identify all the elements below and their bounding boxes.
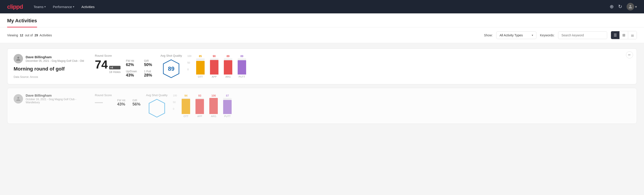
- view-toggle-list-full[interactable]: ⚌: [628, 31, 637, 39]
- bar-bg-putt: [223, 98, 232, 114]
- round-score-group: Round Score —: [95, 94, 112, 106]
- one-putt-label: 1 Putt: [144, 70, 155, 73]
- score-badge: +4: [109, 66, 120, 70]
- user-info: Dave Billingham October 16, 2021 - Gog M…: [14, 94, 90, 104]
- bar-fill-app: [196, 99, 204, 114]
- bar-fill-ott: [196, 61, 205, 74]
- bar-fill-app: [210, 60, 218, 74]
- round-score-value: —: [95, 98, 112, 106]
- svg-marker-1: [149, 99, 165, 117]
- chevron-down-icon: ▾: [44, 5, 46, 8]
- bar-label-putt: PUTT: [238, 76, 245, 78]
- add-icon[interactable]: ⊕: [610, 4, 614, 10]
- fw-hit-value: 43%: [117, 102, 126, 107]
- viewing-count: 12: [20, 34, 24, 37]
- bar-bg-ott: [196, 58, 205, 74]
- bar-label-app: APP: [197, 115, 202, 118]
- mini-stats: FW Hit 43% GIR 56%: [117, 99, 140, 107]
- bar-chart: 85 OTT 90 APP: [194, 55, 248, 78]
- bar-fill-putt: [238, 60, 246, 74]
- bar-label-arg: ARG: [226, 76, 231, 78]
- viewing-count-text: Viewing 12 out of 29 Activities: [7, 34, 480, 37]
- nav-performance[interactable]: Performance ▾: [53, 3, 74, 10]
- user-menu[interactable]: ▾: [626, 3, 637, 10]
- bar-value-ott: 85: [199, 55, 202, 58]
- round-score-group: Round Score 74 +4 18 Holes: [95, 54, 120, 76]
- gir-label: GIR: [144, 59, 155, 62]
- bar-bg-arg: [209, 98, 218, 114]
- bar-value-ott: 94: [184, 94, 187, 97]
- nav-performance-label: Performance: [53, 5, 72, 9]
- bar-bg-app: [196, 98, 204, 114]
- hexagon-container: Avg Shot Quality 89: [160, 54, 182, 79]
- round-score-label: Round Score: [95, 94, 112, 97]
- nav-activities[interactable]: Activities: [82, 3, 94, 10]
- quality-section: Avg Shot Quality 89 100 50 0: [160, 54, 630, 79]
- chart-column-app: 93 APP: [193, 94, 206, 118]
- chart-column-arg: 106 ARG: [207, 94, 220, 118]
- brand-logo[interactable]: clippd: [7, 3, 23, 10]
- navbar: clippd Teams ▾ Performance ▾ Activities …: [0, 0, 644, 14]
- round-score-value: 74 +4 18 Holes: [95, 59, 120, 76]
- chevron-down-icon: ▾: [635, 5, 637, 9]
- refresh-icon[interactable]: ↻: [618, 4, 622, 10]
- bar-value-arg: 89: [226, 55, 230, 58]
- grid-icon: ⊞: [622, 33, 625, 37]
- chart-column-arg: 89 ARG: [221, 55, 235, 78]
- activity-type-dropdown[interactable]: All Activity Types ▾: [496, 32, 536, 39]
- card-left: Dave Billingham October 16, 2021 - Gog M…: [14, 94, 90, 107]
- viewing-suffix: Activities: [40, 34, 52, 37]
- bar-value-arg: 106: [211, 94, 216, 97]
- fw-hit-value: 62%: [126, 62, 137, 67]
- holes-text: 18 Holes: [109, 70, 120, 74]
- quality-section: Avg Shot Quality 100 50 0: [146, 94, 630, 118]
- bar-chart: 94 OTT 93 APP: [179, 94, 234, 118]
- nav-activities-label: Activities: [82, 5, 94, 9]
- chevron-down-icon: ▾: [532, 34, 533, 37]
- score-number: —: [95, 98, 103, 106]
- activity-card: ✏ Dave Billingham December 05, 2021 - Go…: [7, 48, 637, 84]
- bar-bg-app: [210, 58, 218, 74]
- chart-column-ott: 85 OTT: [194, 55, 207, 78]
- user-info: Dave Billingham December 05, 2021 - Gog …: [14, 54, 90, 63]
- list-compact-icon: ☰: [614, 33, 617, 37]
- bar-fill-arg: [224, 60, 232, 74]
- viewing-middle: out of: [25, 34, 33, 37]
- list-full-icon: ⚌: [631, 33, 634, 37]
- activity-title: Morning round of golf: [14, 66, 90, 72]
- bar-value-putt: 87: [226, 94, 229, 97]
- keywords-label: Keywords:: [540, 34, 554, 37]
- activity-type-selected: All Activity Types: [500, 34, 523, 37]
- view-toggle-group: ☰ ⊞ ⚌: [611, 31, 637, 39]
- chart-column-ott: 94 OTT: [179, 94, 192, 118]
- card-left: Dave Billingham December 05, 2021 - Gog …: [14, 54, 90, 78]
- view-toggle-grid[interactable]: ⊞: [620, 31, 628, 39]
- view-toggle-list-compact[interactable]: ☰: [611, 31, 620, 39]
- show-label: Show:: [484, 34, 493, 37]
- bar-value-app: 93: [198, 94, 201, 97]
- bar-label-ott: OTT: [184, 115, 188, 118]
- mini-stats: FW Hit 62% GIR 50% Up/Down 43% 1 Putt 28…: [126, 59, 155, 78]
- bar-value-app: 90: [213, 55, 216, 58]
- bar-label-putt: PUTT: [224, 115, 231, 118]
- chart-y-labels: 100 50 0: [187, 55, 191, 71]
- bar-fill-ott: [182, 99, 190, 114]
- gir-value: 50%: [144, 62, 155, 67]
- bar-label-ott: OTT: [198, 76, 203, 78]
- fw-hit-label: FW Hit: [126, 59, 137, 62]
- edit-button[interactable]: ✏: [626, 51, 633, 58]
- viewing-total: 29: [34, 34, 38, 37]
- bar-bg-putt: [238, 58, 246, 74]
- bar-value-putt: 89: [240, 55, 243, 58]
- data-source: Data Source: Arccos: [14, 76, 90, 78]
- nav-teams[interactable]: Teams ▾: [34, 3, 46, 10]
- search-input[interactable]: [558, 32, 607, 39]
- avatar: [14, 94, 23, 104]
- hexagon-container: Avg Shot Quality: [146, 94, 168, 118]
- avatar[interactable]: [626, 3, 634, 10]
- activity-card: Dave Billingham October 16, 2021 - Gog M…: [7, 88, 637, 124]
- bar-label-app: APP: [212, 76, 217, 78]
- user-name: Dave Billingham: [26, 94, 90, 97]
- round-score-label: Round Score: [95, 54, 120, 57]
- page-title: My Activities: [7, 14, 37, 28]
